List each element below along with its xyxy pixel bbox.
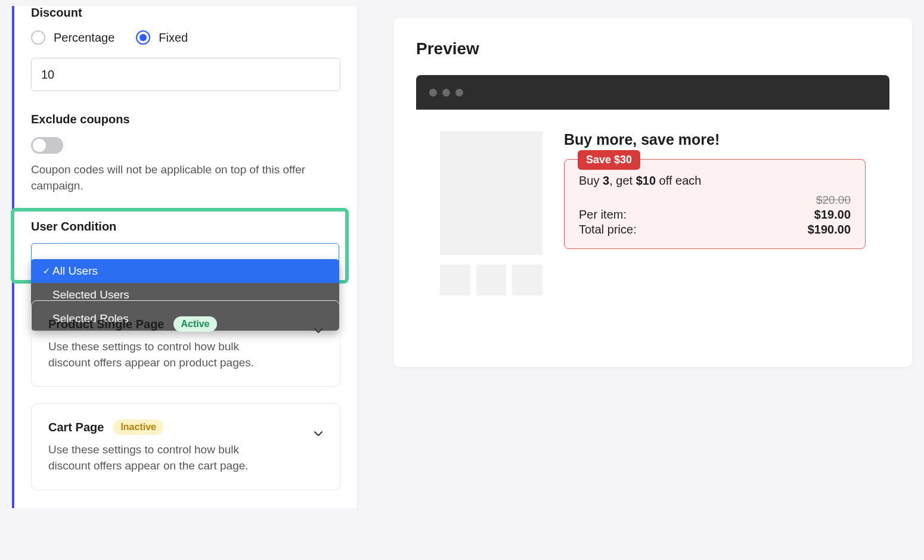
traffic-light-icon (442, 89, 450, 97)
exclude-coupons-toggle[interactable] (31, 137, 63, 154)
product-thumb (512, 265, 542, 295)
discount-fixed-radio[interactable]: Fixed (136, 30, 188, 45)
preview-title: Preview (416, 39, 889, 58)
traffic-light-icon (429, 89, 437, 97)
product-thumb (440, 265, 470, 295)
cart-page-desc: Use these settings to control how bulk d… (48, 442, 275, 474)
product-title: Buy more, save more! (564, 131, 866, 148)
exclude-coupons-help: Coupon codes will not be applicable on t… (31, 162, 340, 194)
cart-page-title: Cart Page (48, 421, 104, 434)
browser-titlebar (416, 75, 889, 110)
user-condition-highlight: User Condition ✓ All Users Selected User… (11, 208, 349, 284)
offer-box: Save $30 Buy 3, get $10 off each $20.00 … (564, 159, 866, 249)
total-label: Total price: (579, 223, 637, 237)
offer-description: Buy 3, get $10 off each (579, 174, 851, 188)
chevron-down-icon (314, 326, 323, 335)
product-single-page-card[interactable]: Product Single Page Active Use these set… (31, 300, 340, 387)
preview-card: Preview (393, 18, 912, 367)
per-item-value: $19.00 (814, 208, 851, 222)
product-single-title: Product Single Page (48, 318, 164, 331)
browser-frame: Buy more, save more! Save $30 Buy 3, get… (416, 75, 889, 331)
product-single-desc: Use these settings to control how bulk d… (48, 339, 275, 371)
checkmark-icon: ✓ (43, 266, 49, 276)
cart-page-card[interactable]: Cart Page Inactive Use these settings to… (31, 403, 340, 490)
chevron-down-icon (314, 429, 323, 438)
traffic-light-icon (455, 89, 463, 97)
discount-value-input[interactable] (31, 58, 340, 91)
cart-page-badge: Inactive (113, 419, 163, 435)
discount-radio-group: Percentage Fixed (31, 30, 340, 45)
product-single-badge: Active (173, 316, 216, 332)
product-images (440, 131, 542, 295)
product-thumb (476, 265, 507, 295)
discount-percentage-radio[interactable]: Percentage (31, 30, 114, 45)
exclude-coupons-label: Exclude coupons (31, 113, 340, 126)
discount-fixed-label: Fixed (159, 31, 188, 45)
old-price: $20.00 (816, 194, 851, 207)
user-condition-option-all[interactable]: ✓ All Users (31, 259, 339, 283)
product-main-image (440, 131, 542, 255)
discount-label: Discount (31, 6, 340, 20)
save-badge: Save $30 (578, 150, 640, 170)
user-condition-label: User Condition (31, 220, 339, 234)
discount-percentage-label: Percentage (54, 31, 114, 45)
per-item-label: Per item: (579, 208, 627, 222)
total-value: $190.00 (808, 223, 851, 237)
